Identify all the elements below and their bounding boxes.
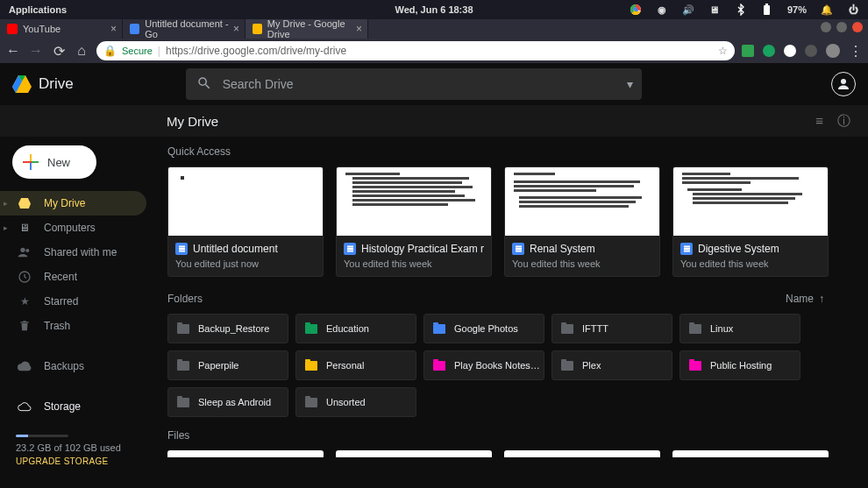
maximize-window[interactable] <box>836 22 847 32</box>
expand-icon[interactable]: ▸ <box>4 199 8 208</box>
folder-chip[interactable]: Paperpile <box>167 350 288 380</box>
quick-access-card[interactable]: Histology Practical Exam revis…You edite… <box>336 166 492 277</box>
folder-icon <box>305 324 317 334</box>
folder-chip[interactable]: IFTTT <box>551 314 672 343</box>
quick-access-card[interactable]: Renal SystemYou edited this week <box>504 166 660 277</box>
secure-label: Secure <box>122 46 153 56</box>
file-card[interactable] <box>336 450 492 457</box>
menu-icon[interactable]: ⋮ <box>849 43 863 60</box>
extension-icon[interactable] <box>742 45 754 57</box>
files-row <box>167 450 850 457</box>
tab-my-drive[interactable]: My Drive - Google Drive × <box>245 19 368 39</box>
location-icon[interactable]: ◉ <box>656 4 668 16</box>
svg-point-8 <box>20 248 25 252</box>
nav-shared[interactable]: Shared with me <box>0 240 153 265</box>
bookmark-star-icon[interactable]: ☆ <box>718 45 728 57</box>
folder-chip[interactable]: Plex <box>551 350 672 380</box>
page-title[interactable]: My Drive <box>167 114 218 129</box>
file-card[interactable] <box>504 450 660 457</box>
nav-recent[interactable]: Recent <box>0 265 153 289</box>
reload-button[interactable]: ⟳ <box>51 43 67 59</box>
star-icon: ★ <box>18 294 32 308</box>
close-window[interactable] <box>852 22 863 32</box>
folder-name: Sleep as Android <box>198 397 271 407</box>
nav-starred[interactable]: ★Starred <box>0 289 153 314</box>
svg-rect-5 <box>30 154 32 161</box>
quick-access-card[interactable]: Digestive SystemYou edited this week <box>672 166 829 277</box>
nav-storage[interactable]: Storage <box>0 394 153 419</box>
folder-chip[interactable]: Sleep as Android <box>167 387 288 417</box>
details-icon[interactable]: ⓘ <box>837 113 850 130</box>
clock: Wed, Jun 6 18:38 <box>395 4 473 15</box>
folder-name: Public Hosting <box>710 360 772 371</box>
docs-icon <box>175 243 188 255</box>
svg-rect-6 <box>32 161 39 163</box>
power-icon[interactable]: ⏻ <box>847 4 859 16</box>
address-bar[interactable]: 🔒 Secure | https://drive.google.com/driv… <box>96 41 735 60</box>
folder-icon <box>177 398 189 407</box>
chrome-icon[interactable] <box>630 4 642 16</box>
docs-icon <box>512 243 524 255</box>
search-dropdown-icon[interactable]: ▾ <box>627 77 633 91</box>
tab-untitled-doc[interactable]: Untitled document - Go × <box>123 19 245 39</box>
extensions-tray: ⋮ <box>742 43 863 60</box>
notifications-icon[interactable]: 🔔 <box>821 4 833 16</box>
nav-trash[interactable]: Trash <box>0 314 153 338</box>
forward-button[interactable]: → <box>28 43 44 59</box>
volume-icon[interactable]: 🔊 <box>682 4 694 16</box>
quick-access-label: Quick Access <box>167 145 850 158</box>
content-pane[interactable]: Quick Access Untitled documentYou edited… <box>153 137 868 488</box>
file-card[interactable] <box>672 450 829 457</box>
tab-label: YouTube <box>23 24 60 34</box>
quick-access-card[interactable]: Untitled documentYou edited just now <box>167 166 324 277</box>
close-tab-icon[interactable]: × <box>110 23 117 35</box>
applications-menu[interactable]: Applications <box>9 4 67 15</box>
profile-icon[interactable] <box>826 44 840 58</box>
folder-chip[interactable]: Backup_Restore <box>167 314 288 343</box>
folder-name: Plex <box>582 360 601 371</box>
nav-my-drive[interactable]: ▸My Drive <box>0 191 146 216</box>
tab-youtube[interactable]: YouTube × <box>0 19 123 39</box>
battery-icon <box>761 4 773 16</box>
nav-computers[interactable]: ▸🖥Computers <box>0 216 153 240</box>
minimize-window[interactable] <box>821 22 831 32</box>
folder-chip[interactable]: Education <box>295 314 416 343</box>
trash-icon <box>18 319 32 333</box>
sidebar: New ▸My Drive ▸🖥Computers Shared with me… <box>0 137 153 488</box>
storage-used: 23.2 GB of 102 GB used <box>16 442 138 453</box>
expand-icon[interactable]: ▸ <box>4 223 8 232</box>
upgrade-storage-link[interactable]: UPGRADE STORAGE <box>16 456 138 466</box>
account-avatar[interactable] <box>831 72 856 96</box>
svg-point-4 <box>841 79 846 84</box>
bluetooth-icon[interactable] <box>735 4 747 16</box>
people-icon <box>18 245 32 259</box>
new-button-label: New <box>47 156 70 169</box>
display-icon[interactable]: 🖥 <box>708 4 721 16</box>
folder-chip[interactable]: Linux <box>679 314 800 343</box>
folder-chip[interactable]: Google Photos <box>423 314 544 343</box>
doc-thumbnail <box>673 167 828 236</box>
extension-icon[interactable] <box>805 45 817 57</box>
drive-logo[interactable]: Drive <box>12 75 74 93</box>
extension-icon[interactable] <box>784 45 796 57</box>
folder-icon <box>177 324 189 334</box>
extension-icon[interactable] <box>763 45 775 57</box>
drive-header: Drive Search Drive ▾ <box>0 63 868 105</box>
home-button[interactable]: ⌂ <box>74 43 89 59</box>
close-tab-icon[interactable]: × <box>233 23 239 35</box>
docs-icon <box>344 243 356 255</box>
close-tab-icon[interactable]: × <box>356 23 362 35</box>
folder-chip[interactable]: Personal <box>295 350 416 380</box>
folder-chip[interactable]: Play Books Notes… <box>423 350 544 380</box>
back-button[interactable]: ← <box>5 43 21 59</box>
new-button[interactable]: New <box>12 145 96 179</box>
list-view-icon[interactable]: ≡ <box>815 113 823 130</box>
folder-chip[interactable]: Public Hosting <box>679 350 800 380</box>
nav-backups[interactable]: Backups <box>0 354 153 378</box>
file-card[interactable] <box>167 450 324 457</box>
sort-button[interactable]: Name↑ <box>786 293 850 305</box>
folder-chip[interactable]: Unsorted <box>295 387 416 417</box>
folder-name: Backup_Restore <box>198 323 269 334</box>
search-input[interactable]: Search Drive ▾ <box>186 68 642 100</box>
computers-icon: 🖥 <box>18 221 32 235</box>
